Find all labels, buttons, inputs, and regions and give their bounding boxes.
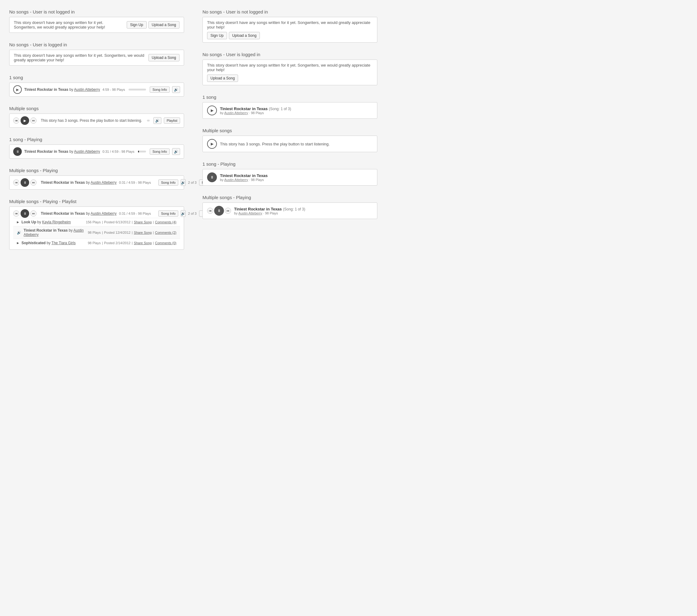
r-section-title-one-song-playing: 1 song - Playing (203, 161, 377, 166)
r-next-button-multi-playing[interactable]: ⏭ (225, 208, 231, 214)
r-section-title-one-song: 1 song (203, 94, 377, 100)
playlist-item-2: 🔊 Tiniest Rockstar in Texas by Austin At… (13, 226, 180, 239)
comments-2[interactable]: Comments (2) (155, 231, 176, 234)
volume-button-one-song[interactable]: 🔊 (172, 86, 180, 93)
playlist-controls: ⏮ ⏸ ⏭ (13, 209, 36, 218)
comments-1[interactable]: Comments (4) (155, 220, 176, 224)
comments-3[interactable]: Comments (0) (155, 241, 176, 245)
playlist-item-1: ▶ Look Up by Kayla Ringelheim 156 Plays … (13, 218, 180, 226)
sign-up-button[interactable]: Sign Up (127, 21, 147, 29)
r-panel-message-logged: This story doesn't have any songs writte… (207, 63, 370, 72)
progress-bar-one-song (129, 89, 146, 90)
playlist-artist-3[interactable]: The Tiara Girls (51, 241, 76, 245)
section-one-song-playing: 1 song - Playing ⏸ Tiniest Rockstar in T… (9, 137, 184, 159)
playlist-play-3[interactable]: ▶ (17, 241, 19, 245)
r-song-info-multi-playing: Tiniest Rockstar in Texas (Song: 1 of 3)… (234, 207, 305, 215)
playlist-meta-1: 156 Plays | Posted 6/13/2012 | Share Son… (86, 220, 176, 224)
player-panel-playlist: ⏮ ⏸ ⏭ Tiniest Rockstar in Texas by Austi… (9, 206, 184, 250)
playlist-button-multi[interactable]: Playlist (164, 117, 180, 123)
time-info-playlist: 0:31 / 4:59 - 98 Plays (119, 212, 151, 215)
play-button-multi[interactable]: ▶ (20, 116, 29, 125)
song-info-one-song: Tiniest Rockstar in Texas by Austin Atte… (24, 87, 100, 92)
prev-button-multi-playing[interactable]: ⏮ (13, 179, 19, 186)
song-title-one-song: Tiniest Rockstar in Texas (24, 87, 69, 92)
song-info-button-playlist[interactable]: Song Info (158, 210, 178, 217)
song-info-multi-playing: Tiniest Rockstar in Texas by Austin Atte… (41, 180, 117, 185)
playlist-meta-3: 98 Plays | Posted 2/14/2012 | Share Song… (88, 241, 176, 245)
r-prev-button-multi-playing[interactable]: ⏮ (207, 208, 213, 214)
next-button-multi-playing[interactable]: ⏭ (30, 179, 36, 186)
share-song-3[interactable]: Share Song (134, 241, 151, 245)
song-info-button-playing[interactable]: Song Info (150, 148, 170, 155)
r-song-artist-multi-playing[interactable]: Austin Atteberry (238, 211, 262, 215)
song-artist-playlist[interactable]: Austin Atteberry (90, 211, 117, 216)
r-upload-song-button-2[interactable]: Upload a Song (207, 75, 238, 82)
volume-button-playlist[interactable]: 🔊 (181, 210, 186, 217)
pause-button-one-song-playing[interactable]: ⏸ (13, 147, 22, 156)
r-multi-controls: ⏮ ⏸ ⏭ (207, 206, 231, 216)
pause-button-multi-playing[interactable]: ⏸ (20, 178, 29, 187)
progress-bar-playing (138, 151, 146, 152)
r-pause-button-one-song-playing[interactable]: ⏸ (207, 172, 217, 182)
section-no-songs-not-logged: No songs - User is not logged in This st… (9, 9, 184, 33)
r-player-multiple: ▶ This story has 3 songs. Press the play… (203, 136, 377, 152)
play-button-one-song[interactable]: ▶ (13, 85, 22, 94)
r-play-button-one-song[interactable]: ▶ (207, 105, 217, 115)
r-no-songs-panel-logged: This story doesn't have any songs writte… (203, 59, 377, 85)
section-title-playlist: Multiple songs - Playing - Playlist (9, 199, 184, 204)
r-player-one-song: ▶ Tiniest Rockstar in Texas (Song: 1 of … (203, 102, 377, 119)
r-section-no-songs-not-logged: No songs - User is not logged in This st… (203, 9, 377, 43)
r-song-info-one-song: Tiniest Rockstar in Texas (Song: 1 of 3)… (220, 106, 291, 115)
song-artist-one-song-playing[interactable]: Austin Atteberry (74, 149, 100, 154)
playlist-artist-1[interactable]: Kayla Ringelheim (42, 220, 71, 224)
prev-button-playlist[interactable]: ⏮ (13, 210, 19, 217)
volume-button-playing[interactable]: 🔊 (172, 148, 180, 155)
song-artist-one-song[interactable]: Austin Atteberry (74, 87, 100, 92)
r-song-artist-playing[interactable]: Austin Atteberry (224, 178, 248, 181)
panel-message-text-logged: This story doesn't have any songs writte… (14, 53, 145, 62)
section-one-song: 1 song ▶ Tiniest Rockstar in Texas by Au… (9, 75, 184, 97)
player-panel-multi-playing: ⏮ ⏸ ⏭ Tiniest Rockstar in Texas by Austi… (9, 175, 184, 190)
panel-message-text: This story doesn't have any songs writte… (14, 20, 124, 29)
playlist-item-3: ▶ Sophisticated by The Tiara Girls 98 Pl… (13, 239, 180, 247)
section-title-logged: No songs - User is logged in (9, 42, 184, 47)
r-section-multi-playing: Multiple songs - Playing ⏮ ⏸ ⏭ Tiniest R… (203, 195, 377, 219)
r-section-title-multiple: Multiple songs (203, 128, 377, 133)
song-info-button-one-song[interactable]: Song Info (150, 87, 170, 93)
next-button-multi[interactable]: ⏭ (30, 117, 36, 123)
multi-message: This story has 3 songs. Press the play b… (41, 118, 142, 123)
no-songs-panel-not-logged: This story doesn't have any songs writte… (9, 17, 184, 33)
r-upload-song-button-1[interactable]: Upload a Song (229, 32, 260, 39)
upload-song-button-1[interactable]: Upload a Song (148, 21, 179, 29)
r-song-info-one-song-playing: Tiniest Rockstar in Texas by Austin Atte… (220, 173, 268, 181)
section-multiple-songs: Multiple songs ⏮ ▶ ⏭ This story has 3 so… (9, 106, 184, 128)
time-info-multi-playing: 0:31 / 4:59 - 98 Plays (119, 181, 151, 185)
r-play-button-multiple[interactable]: ▶ (207, 139, 217, 149)
playlist-play-1[interactable]: ▶ (17, 221, 19, 224)
r-pause-button-multi-playing[interactable]: ⏸ (214, 206, 224, 216)
multi-controls: ⏮ ▶ ⏭ (13, 116, 36, 125)
volume-button-multi-playing[interactable]: 🔊 (181, 179, 186, 186)
r-panel-message: This story doesn't have any songs writte… (207, 20, 370, 29)
count-badge-multi-playing: 2 of 3 (188, 181, 197, 185)
prev-button-multi[interactable]: ⏮ (13, 117, 19, 123)
r-section-title-not-logged: No songs - User is not logged in (203, 9, 377, 14)
share-song-2[interactable]: Share Song (134, 231, 151, 234)
r-section-no-songs-logged: No songs - User is logged in This story … (203, 52, 377, 85)
r-sign-up-button[interactable]: Sign Up (207, 32, 227, 39)
upload-song-button-2[interactable]: Upload a Song (148, 54, 179, 61)
song-info-button-multi-playing[interactable]: Song Info (158, 179, 178, 186)
next-button-playlist[interactable]: ⏭ (30, 210, 36, 217)
player-panel-one-song-playing: ⏸ Tiniest Rockstar in Texas by Austin At… (9, 145, 184, 159)
r-player-multi-playing: ⏮ ⏸ ⏭ Tiniest Rockstar in Texas (Song: 1… (203, 203, 377, 219)
player-panel-one-song: ▶ Tiniest Rockstar in Texas by Austin At… (9, 83, 184, 97)
section-title-one-song: 1 song (9, 75, 184, 80)
section-title-multi-playing: Multiple songs - Playing (9, 168, 184, 173)
section-title-multiple: Multiple songs (9, 106, 184, 111)
section-title: No songs - User is not logged in (9, 9, 184, 14)
song-artist-multi-playing[interactable]: Austin Atteberry (90, 180, 117, 185)
r-song-artist-one-song[interactable]: Austin Atteberry (224, 111, 248, 115)
pause-button-playlist[interactable]: ⏸ (20, 209, 29, 218)
volume-button-multi[interactable]: 🔊 (153, 117, 161, 124)
share-song-1[interactable]: Share Song (134, 220, 151, 224)
